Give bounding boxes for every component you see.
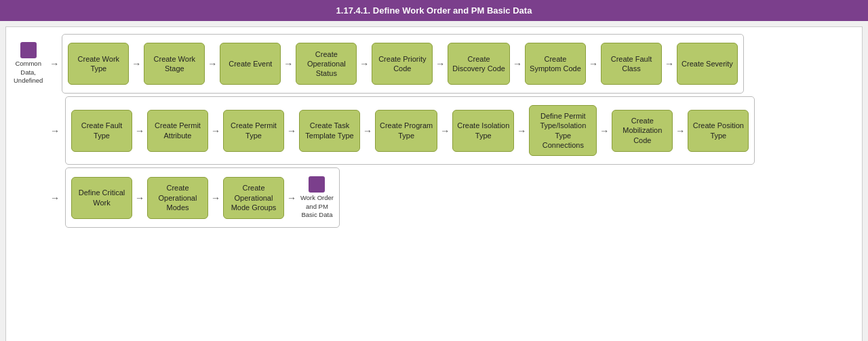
start-node-group: CommonData,Undefined [14, 42, 43, 85]
node-create-operational-mode-groups[interactable]: CreateOperationalMode Groups [223, 177, 284, 219]
end-node-group: Work Orderand PMBasic Data [300, 176, 334, 219]
arrow10 [208, 125, 223, 136]
arrow18 [208, 193, 223, 203]
arrow3 [281, 58, 296, 69]
arrow1 [129, 58, 144, 69]
arrow9 [132, 125, 147, 136]
node-create-permit-attribute[interactable]: Create PermitAttribute [147, 110, 208, 152]
row1-arrow0 [47, 58, 62, 69]
header-title: 1.17.4.1. Define Work Order and PM Basic… [336, 5, 532, 16]
node-create-event[interactable]: Create Event [220, 43, 281, 85]
arrow7 [586, 58, 601, 69]
node-create-operational-modes[interactable]: CreateOperationalModes [147, 177, 208, 219]
node-define-permit-type[interactable]: Define PermitType/IsolationTypeConnectio… [529, 105, 597, 156]
arrow2 [205, 58, 220, 69]
arrow6 [510, 58, 525, 69]
start-label: CommonData,Undefined [14, 60, 43, 85]
row1-section: Create WorkType Create WorkStage Create … [62, 34, 744, 94]
end-square [309, 176, 325, 193]
main-content: CommonData,Undefined Create WorkType Cre… [5, 26, 863, 341]
row2-start-arrow [47, 125, 62, 136]
node-create-task-template-type[interactable]: Create TaskTemplate Type [299, 110, 360, 152]
node-define-critical-work[interactable]: Define CriticalWork [71, 177, 132, 219]
node-create-program-type[interactable]: Create ProgramType [375, 110, 437, 152]
node-create-mobilization-code[interactable]: CreateMobilizationCode [612, 110, 673, 152]
row1-container: CommonData,Undefined Create WorkType Cre… [9, 34, 859, 94]
arrow16 [673, 125, 688, 136]
node-create-position-type[interactable]: Create PositionType [688, 110, 749, 152]
node-create-work-stage[interactable]: Create WorkStage [144, 43, 205, 85]
start-square [20, 42, 37, 58]
node-create-severity[interactable]: Create Severity [677, 43, 738, 85]
node-create-discovery-code[interactable]: CreateDiscovery Code [448, 43, 510, 85]
arrow12 [360, 125, 375, 136]
node-create-fault-type[interactable]: Create FaultType [71, 110, 132, 152]
row3-start-arrow [47, 193, 62, 203]
node-create-symptom-code[interactable]: CreateSymptom Code [525, 43, 586, 85]
arrow13 [437, 125, 452, 136]
header-bar: 1.17.4.1. Define Work Order and PM Basic… [0, 0, 868, 21]
arrow5 [433, 58, 448, 69]
arrow17 [132, 193, 147, 203]
end-label: Work Orderand PMBasic Data [300, 194, 334, 219]
node-create-work-type[interactable]: Create WorkType [68, 43, 129, 85]
node-create-fault-class[interactable]: Create FaultClass [601, 43, 662, 85]
row3-container: Define CriticalWork CreateOperationalMod… [43, 167, 859, 228]
row2-container: Create FaultType Create PermitAttribute … [43, 96, 859, 165]
node-create-operational-status[interactable]: CreateOperationalStatus [296, 43, 357, 85]
node-create-priority-code[interactable]: Create PriorityCode [372, 43, 433, 85]
node-create-permit-type[interactable]: Create PermitType [223, 110, 284, 152]
arrow19 [284, 193, 299, 203]
node-create-isolation-type[interactable]: Create IsolationType [452, 110, 514, 152]
arrow14 [514, 125, 529, 136]
arrow4 [357, 58, 372, 69]
arrow15 [597, 125, 612, 136]
arrow8 [662, 58, 677, 69]
row2-section: Create FaultType Create PermitAttribute … [65, 96, 755, 165]
arrow11 [284, 125, 299, 136]
row3-section: Define CriticalWork CreateOperationalMod… [65, 167, 340, 228]
